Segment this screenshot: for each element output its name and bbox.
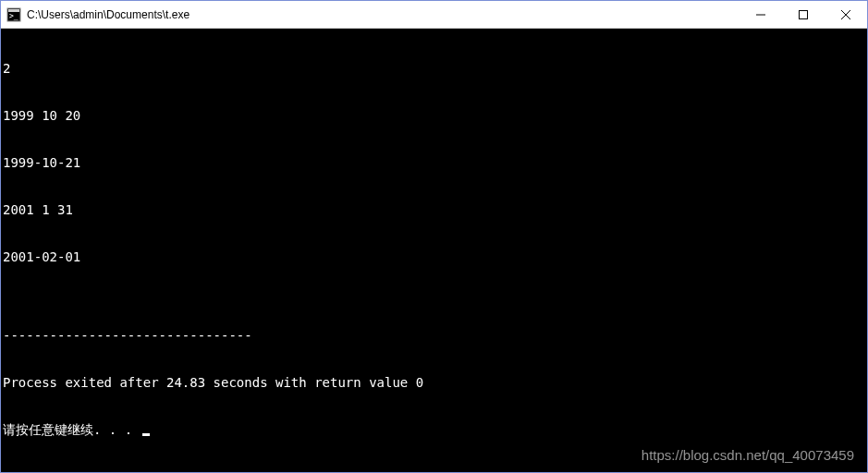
window-controls (740, 1, 867, 28)
window-title: C:\Users\admin\Documents\t.exe (27, 8, 740, 21)
output-line: 2001 1 31 (3, 202, 865, 218)
svg-text:>_: >_ (9, 12, 18, 20)
close-button[interactable] (825, 1, 867, 28)
titlebar[interactable]: >_ C:\Users\admin\Documents\t.exe (1, 1, 867, 29)
output-line: 1999 10 20 (3, 108, 865, 124)
console-window: >_ C:\Users\admin\Documents\t.exe 2 1999… (0, 0, 868, 473)
svg-rect-4 (800, 10, 808, 18)
terminal-output[interactable]: 2 1999 10 20 1999-10-21 2001 1 31 2001-0… (1, 29, 867, 472)
output-line: Process exited after 24.83 seconds with … (3, 375, 865, 391)
watermark-text: https://blog.csdn.net/qq_40073459 (642, 447, 854, 463)
cursor-icon (142, 433, 150, 436)
app-icon: >_ (6, 7, 21, 22)
prompt-line: 请按任意键继续. . . (3, 422, 865, 438)
output-line: 2001-02-01 (3, 249, 865, 265)
minimize-button[interactable] (740, 1, 782, 28)
maximize-button[interactable] (782, 1, 825, 28)
output-line: 1999-10-21 (3, 155, 865, 171)
prompt-text: 请按任意键继续. . . (3, 422, 141, 437)
output-line: 2 (3, 61, 865, 77)
output-line: -------------------------------- (3, 328, 865, 344)
